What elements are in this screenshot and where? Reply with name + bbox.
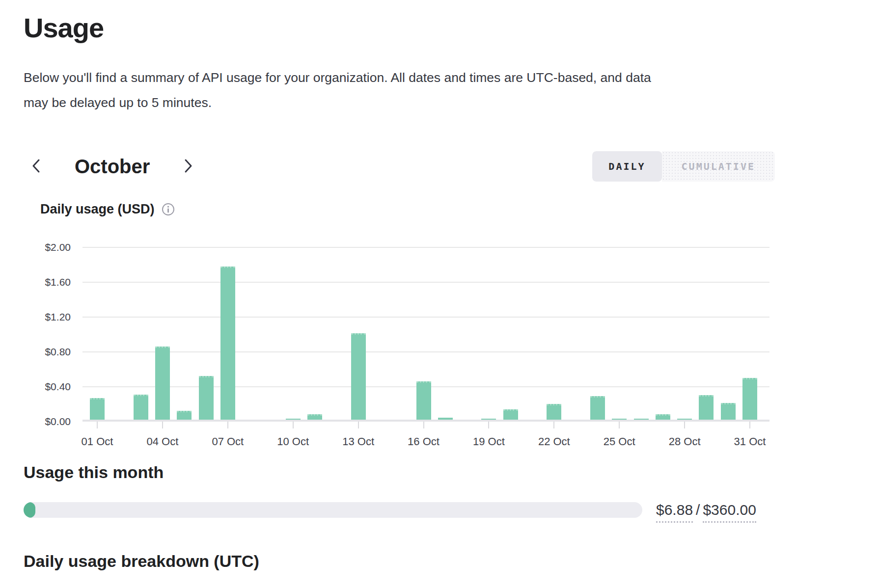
- next-month-button[interactable]: [180, 156, 196, 178]
- bar-29-oct[interactable]: [699, 395, 714, 420]
- gridline-0.80: [82, 351, 769, 352]
- x-axis-label: 19 Oct: [473, 435, 505, 448]
- usage-progress-bar: [24, 502, 642, 518]
- bar-24-oct[interactable]: [590, 396, 605, 420]
- bar-05-oct[interactable]: [177, 411, 192, 420]
- bar-17-oct[interactable]: [438, 418, 453, 420]
- gridline-1.60: [82, 282, 769, 283]
- x-axis-tick: [553, 422, 554, 428]
- cumulative-toggle-button[interactable]: CUMULATIVE: [662, 151, 775, 182]
- page-title: Usage: [24, 12, 775, 44]
- gridline-1.20: [82, 317, 769, 318]
- usage-this-month-heading: Usage this month: [24, 463, 775, 482]
- limit-amount[interactable]: $360.00: [703, 502, 756, 523]
- x-axis-label: 31 Oct: [734, 435, 766, 448]
- bar-11-oct[interactable]: [307, 414, 322, 420]
- x-axis-tick: [684, 422, 685, 428]
- x-axis-label: 28 Oct: [669, 435, 701, 448]
- bar-10-oct[interactable]: [286, 419, 301, 420]
- bar-01-oct[interactable]: [90, 398, 105, 420]
- y-axis-label: $0.80: [27, 346, 71, 358]
- bar-19-oct[interactable]: [481, 419, 496, 420]
- x-axis-label: 07 Oct: [212, 435, 244, 448]
- view-mode-toggle: DAILY CUMULATIVE: [592, 151, 775, 182]
- daily-usage-chart-section: Daily usage (USD) $0.00$0.40$0.80$1.20$1…: [24, 202, 775, 422]
- y-axis-label: $2.00: [27, 241, 71, 253]
- x-axis-label: 25 Oct: [604, 435, 635, 448]
- x-axis-label: 22 Oct: [538, 435, 570, 448]
- usage-progress-fill: [24, 502, 35, 518]
- x-axis-tick: [227, 422, 228, 428]
- daily-toggle-button[interactable]: DAILY: [592, 151, 661, 182]
- bar-28-oct[interactable]: [677, 419, 692, 420]
- y-axis-label: $0.40: [27, 381, 71, 393]
- bar-26-oct[interactable]: [634, 419, 649, 420]
- chevron-left-icon: [30, 158, 42, 176]
- bar-06-oct[interactable]: [199, 376, 214, 420]
- previous-month-button[interactable]: [28, 156, 44, 178]
- bar-13-oct[interactable]: [351, 333, 366, 420]
- bar-27-oct[interactable]: [656, 414, 670, 420]
- bar-04-oct[interactable]: [155, 347, 170, 420]
- used-amount[interactable]: $6.88: [656, 502, 693, 523]
- x-axis-label: 01 Oct: [82, 435, 113, 448]
- x-axis-tick: [162, 422, 163, 428]
- current-month-label: October: [75, 156, 150, 178]
- x-axis-tick: [488, 422, 489, 428]
- bar-03-oct[interactable]: [134, 395, 148, 420]
- x-axis-tick: [619, 422, 620, 428]
- bar-16-oct[interactable]: [416, 381, 431, 420]
- info-icon[interactable]: [162, 203, 175, 216]
- daily-breakdown-heading: Daily usage breakdown (UTC): [24, 552, 775, 571]
- month-nav-row: October DAILY CUMULATIVE: [24, 151, 775, 182]
- bar-chart-plot-area: $0.00$0.40$0.80$1.20$1.60$2.0001 Oct04 O…: [82, 247, 769, 422]
- x-axis-tick: [97, 422, 98, 428]
- bar-20-oct[interactable]: [503, 409, 518, 420]
- y-axis-label: $1.60: [27, 276, 71, 288]
- bar-31-oct[interactable]: [742, 378, 757, 420]
- x-axis-label: 10 Oct: [277, 435, 309, 448]
- x-axis-label: 16 Oct: [408, 435, 440, 448]
- x-axis-tick: [293, 422, 294, 428]
- x-axis-label: 13 Oct: [342, 435, 374, 448]
- gridline-2.00: [82, 247, 769, 248]
- y-axis-label: $1.20: [27, 311, 71, 323]
- usage-page: Usage Below you'll find a summary of API…: [0, 12, 775, 571]
- y-axis-label: $0.00: [27, 416, 71, 428]
- monthly-usage-progress-row: $6.88/$360.00: [24, 502, 775, 518]
- bar-07-oct[interactable]: [220, 267, 235, 420]
- x-axis-tick: [749, 422, 750, 428]
- x-axis-tick: [358, 422, 359, 428]
- amount-separator: /: [693, 502, 703, 518]
- x-axis-tick: [423, 422, 424, 428]
- chevron-right-icon: [182, 158, 194, 176]
- usage-amounts: $6.88/$360.00: [656, 502, 756, 518]
- bar-22-oct[interactable]: [547, 404, 561, 420]
- x-axis-label: 04 Oct: [146, 435, 178, 448]
- bar-30-oct[interactable]: [721, 403, 736, 420]
- bar-25-oct[interactable]: [612, 419, 627, 420]
- chart-title: Daily usage (USD): [40, 202, 155, 217]
- page-description: Below you'll find a summary of API usage…: [24, 65, 659, 115]
